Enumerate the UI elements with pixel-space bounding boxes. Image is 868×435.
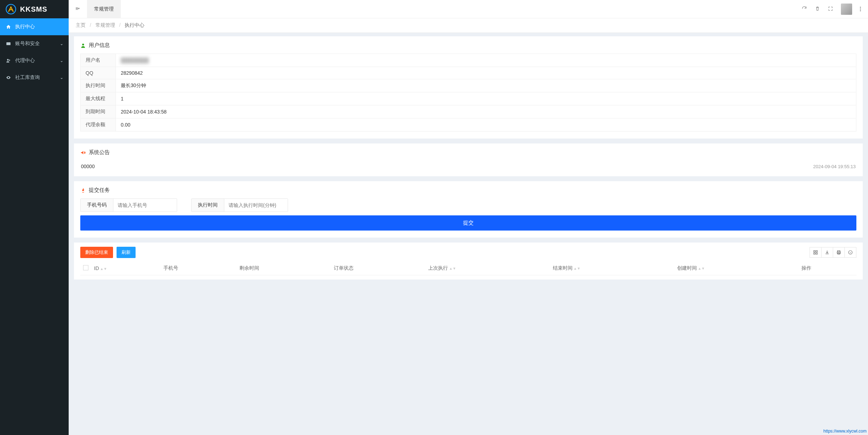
sidebar-toggle-button[interactable] [69,0,87,18]
sidebar-item-label: 代理中心 [15,57,60,64]
refresh-icon [801,6,807,11]
delete-button[interactable] [815,6,820,12]
sidebar-item-label: 账号和安全 [15,41,60,47]
fullscreen-button[interactable] [828,6,833,12]
user-info-row: 代理余额0.00 [81,118,856,131]
sort-icon: ▲▼ [574,268,581,270]
user-avatar[interactable] [841,4,852,15]
info-value: 28290842 [116,67,856,79]
task-table-panel: 删除已结束 刷新 ID▲▼ 手机号 [74,243,863,280]
chevron-down-icon: ⌄ [60,58,63,63]
info-key: QQ [81,67,116,79]
phone-input-group: 手机号码 [80,198,177,212]
svg-point-3 [9,60,10,61]
col-phone: 手机号 [161,262,237,275]
user-info-row: 最大线程1 [81,92,856,105]
panel-title-text: 用户信息 [89,42,110,49]
breadcrumb-current: 执行中心 [125,22,144,28]
delete-finished-button[interactable]: 删除已结束 [80,247,113,258]
sidebar-item-agent-center[interactable]: 代理中心 ⌄ [0,52,69,69]
submit-task-panel: 提交任务 手机号码 执行时间 提交 [74,181,863,238]
duration-input[interactable] [224,199,288,212]
brand-name: KKSMS [20,5,47,13]
breadcrumb-mid[interactable]: 常规管理 [95,22,115,28]
eye-icon [5,75,12,80]
tab-general-management[interactable]: 常规管理 [87,0,121,18]
svg-point-2 [7,59,9,61]
announcement-panel: 系统公告 00000 2024-09-04 19:55:13 [74,143,863,176]
user-info-row: 执行时间最长30分钟 [81,79,856,92]
user-info-row: 用户名████████ [81,54,856,67]
sort-icon: ▲▼ [100,268,107,270]
chevron-down-icon: ⌄ [60,41,63,46]
info-value: 0.00 [116,118,856,131]
panel-title-text: 系统公告 [89,149,110,156]
sidebar-item-label: 社工库查询 [15,74,60,81]
export-button[interactable] [821,247,833,258]
columns-button[interactable] [810,247,822,258]
user-info-row: 到期时间2024-10-04 18:43:58 [81,105,856,118]
svg-rect-7 [814,253,815,254]
grid-icon [813,250,818,255]
svg-rect-5 [814,251,815,252]
breadcrumb-home[interactable]: 主页 [76,22,86,28]
info-key: 执行时间 [81,79,116,92]
col-status: 订单状态 [331,262,425,275]
bullhorn-icon [80,150,86,155]
col-last-exec[interactable]: 上次执行▲▼ [425,262,550,275]
menu-fold-icon [75,6,81,12]
sort-icon: ▲▼ [698,268,705,270]
phone-label: 手机号码 [81,199,113,212]
more-menu-button[interactable] [860,7,861,11]
svg-rect-1 [6,42,11,45]
topbar: 常规管理 [69,0,868,18]
expand-icon [828,6,833,11]
sidebar-item-execute-center[interactable]: 执行中心 [0,18,69,35]
brand-logo-icon [5,4,17,15]
announcement-time: 2024-09-04 19:55:13 [813,164,856,169]
download-icon [825,250,830,255]
user-info-row: QQ28290842 [81,67,856,79]
info-button[interactable] [844,247,856,258]
col-create-time[interactable]: 创建时间▲▼ [674,262,799,275]
info-value: ████████ [116,54,856,67]
trash-icon [815,6,820,11]
users-icon [5,58,12,63]
svg-rect-8 [816,253,817,254]
refresh-button[interactable] [801,6,807,12]
info-key: 代理余额 [81,118,116,131]
announcement-text: 00000 [81,164,95,169]
sidebar: KKSMS 执行中心 账号和安全 ⌄ 代理中心 ⌄ [0,0,69,435]
sidebar-item-label: 执行中心 [15,24,63,30]
footer-url[interactable]: https://www.xlycwl.com [823,429,867,434]
info-key: 最大线程 [81,92,116,105]
info-value: 2024-10-04 18:43:58 [116,105,856,118]
footer-link[interactable]: https://www.xlycwl.com [823,429,867,434]
logo[interactable]: KKSMS [0,0,69,18]
print-button[interactable] [833,247,845,258]
duration-input-group: 执行时间 [191,198,288,212]
home-icon [5,24,12,29]
user-icon [80,43,86,48]
svg-rect-6 [816,251,817,252]
refresh-button[interactable]: 刷新 [117,247,136,258]
info-key: 到期时间 [81,105,116,118]
chevron-down-icon: ⌄ [60,75,63,80]
info-icon [848,250,853,255]
tab-label: 常规管理 [94,6,114,12]
printer-icon [836,250,841,255]
col-end-time[interactable]: 结束时间▲▼ [550,262,674,275]
sidebar-item-sgk-query[interactable]: 社工库查询 ⌄ [0,69,69,86]
col-actions: 操作 [799,262,856,275]
select-all-checkbox[interactable] [83,265,88,270]
submit-button[interactable]: 提交 [80,215,856,231]
info-value: 1 [116,92,856,105]
phone-input[interactable] [113,199,177,212]
id-card-icon [5,41,12,46]
col-id[interactable]: ID▲▼ [91,262,161,275]
col-remaining: 剩余时间 [237,262,331,275]
sidebar-item-account-security[interactable]: 账号和安全 ⌄ [0,35,69,52]
svg-point-4 [82,43,84,45]
svg-point-0 [6,4,15,14]
sort-icon: ▲▼ [449,268,456,270]
